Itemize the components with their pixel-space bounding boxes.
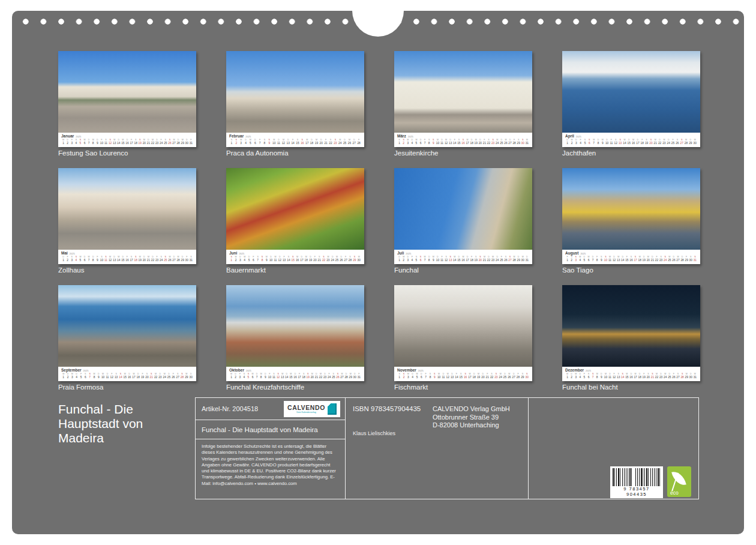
month-year: 2025 bbox=[70, 252, 75, 255]
month-caption: Funchal bei Nacht bbox=[562, 384, 700, 392]
month-caption: Bauernmarkt bbox=[226, 266, 364, 275]
mini-calendar: Juni2025 S1M2D3M4D5F6S7S8M9D10M11D12F13S… bbox=[226, 250, 364, 264]
month-photo bbox=[394, 51, 532, 133]
month-name: Juni bbox=[229, 251, 237, 255]
legal-text: Infolge bestehender Schutzrechte ist es … bbox=[196, 439, 345, 499]
day-row: D1F2S3S4M5D6M7D8F9S10S11M12D13M14D15F16S… bbox=[61, 256, 193, 263]
month-year: 2025 bbox=[580, 252, 586, 255]
publisher-name: CALVENDO Verlag GmbH bbox=[433, 405, 510, 414]
month-name: Februar bbox=[229, 134, 244, 138]
month-header: Oktober2025 bbox=[229, 368, 361, 373]
day-row: M1D2F3S4S5M6D7M8D9F10S11S12M13D14M15D16F… bbox=[229, 373, 361, 381]
month-header: April2025 bbox=[565, 134, 697, 139]
month-year: 2025 bbox=[586, 369, 591, 372]
author-name: Klaus Lielischkies bbox=[353, 430, 395, 436]
ean-barcode: 9 783457 904435 bbox=[610, 466, 663, 498]
month-photo bbox=[562, 168, 700, 250]
month-caption: Zollhaus bbox=[58, 266, 196, 275]
mini-calendar: März2025 S1S2M3D4M5D6F7S8S9M10D11M12D13F… bbox=[394, 133, 532, 147]
isbn-number: ISBN 9783457904435 bbox=[353, 405, 421, 412]
day-row: D1M2D3F4S5S6M7D8M9D10F11S12S13M14D15M16D… bbox=[565, 139, 697, 146]
month-cell-juli: Juli2025 D1M2D3F4S5S6M7D8M9D10F11S12S13M… bbox=[394, 168, 532, 275]
month-year: 2025 bbox=[83, 369, 89, 372]
month-year: 2025 bbox=[406, 252, 411, 255]
month-name: Oktober bbox=[229, 368, 244, 372]
month-year: 2025 bbox=[576, 135, 581, 138]
month-caption: Jachthafen bbox=[562, 149, 700, 158]
day-row: S1M2D3M4D5F6S7S8M9D10M11D12F13S14S15M16D… bbox=[229, 256, 361, 263]
imprint-calendar-title: Funchal - Die Hauptstadt von Madeira bbox=[202, 426, 318, 433]
month-header: März2025 bbox=[397, 134, 529, 139]
calvendo-logo-subtitle: Dein Kalenderverlag bbox=[287, 411, 325, 414]
mini-calendar: Oktober2025 M1D2F3S4S5M6D7M8D9F10S11S12M… bbox=[226, 367, 364, 381]
day-row: D1M2D3F4S5S6M7D8M9D10F11S12S13M14D15M16D… bbox=[397, 256, 529, 263]
month-cell-juni: Juni2025 S1M2D3M4D5F6S7S8M9D10M11D12F13S… bbox=[226, 168, 364, 275]
month-cell-august: August2025 F1S2S3M4D5M6D7F8S9S10M11D12M1… bbox=[562, 168, 700, 275]
mini-calendar: August2025 F1S2S3M4D5M6D7F8S9S10M11D12M1… bbox=[562, 250, 700, 264]
month-cell-oktober: Oktober2025 M1D2F3S4S5M6D7M8D9F10S11S12M… bbox=[226, 285, 364, 392]
month-photo bbox=[58, 51, 196, 133]
hanger-hole bbox=[352, 11, 404, 37]
month-header: September2025 bbox=[61, 368, 193, 373]
calvendo-logo-text: CALVENDO Dein Kalenderverlag bbox=[287, 405, 325, 414]
month-name: November bbox=[397, 368, 416, 372]
month-photo bbox=[562, 51, 700, 133]
month-cell-maerz: März2025 S1S2M3D4M5D6F7S8S9M10D11M12D13F… bbox=[394, 51, 532, 158]
day-row: F1S2S3M4D5M6D7F8S9S10M11D12M13D14F15S16S… bbox=[565, 256, 697, 263]
month-cell-mai: Mai2025 D1F2S3S4M5D6M7D8F9S10S11M12D13M1… bbox=[58, 168, 196, 275]
article-number: Artikel-Nr. 2004518 bbox=[202, 405, 258, 412]
day-row: M1D2F3S4S5M6D7M8D9F10S11S12M13D14M15D16F… bbox=[61, 139, 193, 146]
month-cell-september: September2025 M1D2M3D4F5S6S7M8D9M10D11F1… bbox=[58, 285, 196, 392]
month-year: 2025 bbox=[418, 369, 424, 372]
month-photo bbox=[562, 285, 700, 367]
month-photo bbox=[394, 285, 532, 367]
imprint-middle-column: ISBN 9783457904435 CALVENDO Verlag GmbH … bbox=[346, 398, 529, 499]
month-caption: Festung Sao Lourenco bbox=[58, 149, 196, 158]
mini-calendar: April2025 D1M2D3F4S5S6M7D8M9D10F11S12S13… bbox=[562, 133, 700, 147]
month-photo bbox=[226, 285, 364, 367]
month-header: Januar2025 bbox=[61, 134, 193, 139]
calendar-title-line: Hauptstadt von bbox=[58, 417, 190, 431]
month-year: 2025 bbox=[408, 135, 413, 138]
month-caption: Jesuitenkirche bbox=[394, 149, 532, 158]
month-cell-november: November2025 S1S2M3D4M5D6F7S8S9M10D11M12… bbox=[394, 285, 532, 392]
month-name: April bbox=[565, 134, 574, 138]
month-cell-dezember: Dezember2025 M1D2M3D4F5S6S7M8D9M10D11F12… bbox=[562, 285, 700, 392]
mini-calendar: September2025 M1D2M3D4F5S6S7M8D9M10D11F1… bbox=[58, 367, 196, 381]
month-header: Juni2025 bbox=[229, 251, 361, 256]
month-caption: Funchal bbox=[394, 266, 532, 275]
month-photo bbox=[58, 168, 196, 250]
month-caption: Fischmarkt bbox=[394, 384, 532, 392]
mini-calendar: Dezember2025 M1D2M3D4F5S6S7M8D9M10D11F12… bbox=[562, 367, 700, 381]
mini-calendar: November2025 S1S2M3D4M5D6F7S8S9M10D11M12… bbox=[394, 367, 532, 381]
imprint-right-column: 9 783457 904435 eco bbox=[529, 398, 698, 499]
eco-label: eco bbox=[670, 490, 679, 496]
calendar-back-sheet: Januar2025 M1D2F3S4S5M6D7M8D9F10S11S12M1… bbox=[12, 11, 744, 534]
month-photo bbox=[394, 168, 532, 250]
publisher-city: D-82008 Unterhaching bbox=[433, 421, 510, 430]
mini-calendar: Juli2025 D1M2D3F4S5S6M7D8M9D10F11S12S13M… bbox=[394, 250, 532, 264]
month-grid: Januar2025 M1D2F3S4S5M6D7M8D9F10S11S12M1… bbox=[58, 51, 700, 392]
month-name: September bbox=[61, 368, 82, 372]
article-number-row: Artikel-Nr. 2004518 CALVENDO Dein Kalend… bbox=[196, 398, 345, 420]
month-name: März bbox=[397, 134, 406, 138]
month-caption: Praca da Autonomia bbox=[226, 149, 364, 158]
month-header: August2025 bbox=[565, 251, 697, 256]
month-photo bbox=[226, 51, 364, 133]
calendar-title: Funchal - Die Hauptstadt von Madeira bbox=[58, 402, 190, 445]
publisher-street: Ottobrunner Straße 39 bbox=[433, 414, 510, 422]
barcode-digits: 9 783457 904435 bbox=[613, 486, 661, 497]
day-row: M1D2M3D4F5S6S7M8D9M10D11F12S13S14M15D16M… bbox=[565, 373, 697, 381]
month-name: Mai bbox=[61, 251, 68, 255]
month-cell-februar: Februar2025 S1S2M3D4M5D6F7S8S9M10D11M12D… bbox=[226, 51, 364, 158]
month-name: Juli bbox=[397, 251, 404, 255]
day-row: S1S2M3D4M5D6F7S8S9M10D11M12D13F14S15S16M… bbox=[397, 139, 529, 146]
month-cell-april: April2025 D1M2D3F4S5S6M7D8M9D10F11S12S13… bbox=[562, 51, 700, 158]
month-name: Dezember bbox=[565, 368, 584, 372]
month-year: 2025 bbox=[239, 252, 244, 255]
mini-calendar: Februar2025 S1S2M3D4M5D6F7S8S9M10D11M12D… bbox=[226, 133, 364, 147]
day-row: S1S2M3D4M5D6F7S8S9M10D11M12D13F14S15S16M… bbox=[229, 139, 361, 146]
month-name: Januar bbox=[61, 134, 74, 138]
month-header: November2025 bbox=[397, 368, 529, 373]
calendar-title-row: Funchal - Die Hauptstadt von Madeira bbox=[196, 420, 345, 439]
